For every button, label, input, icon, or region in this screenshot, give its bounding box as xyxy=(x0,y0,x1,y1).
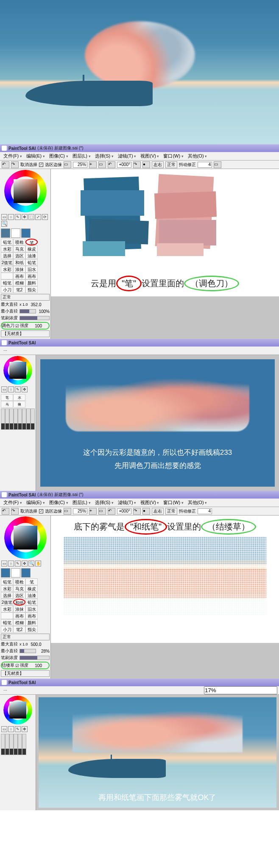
brush-pencil[interactable]: 铅笔 xyxy=(1,239,13,245)
mini-tools-3[interactable]: ▭○ ✎✥ 🔍✋ xyxy=(1,560,50,567)
tool-lasso[interactable]: ○ xyxy=(8,214,14,220)
tool-move[interactable]: ✥ xyxy=(22,214,28,220)
menu-window[interactable]: 窗口(W) xyxy=(162,153,185,159)
canvas-swatch[interactable] xyxy=(21,228,31,238)
zoom-out-button[interactable]: ▭ xyxy=(64,161,71,168)
numeric-sliders-4[interactable] xyxy=(1,734,35,755)
density-row[interactable]: 笔刷浓度 xyxy=(1,315,50,321)
brush-selpen[interactable]: 选择笔 xyxy=(1,252,13,259)
brush-seleraser[interactable]: 选区擦 xyxy=(13,252,25,259)
brush-finger[interactable]: 指尖 xyxy=(25,286,38,293)
rot-cw-button[interactable]: ↷ xyxy=(133,161,141,168)
mode-row[interactable]: 正常 xyxy=(1,294,50,301)
canvas-area-3[interactable]: 底下的雾气是 "和纸笔" 设置里的 （结缕草） xyxy=(51,516,279,679)
menu-image[interactable]: 图像(C) xyxy=(47,153,70,159)
brush-canvas2[interactable]: 画布笔 xyxy=(25,273,38,279)
texture-row[interactable]: 【无材质】 xyxy=(1,330,50,337)
brush-grid-2[interactable]: 笔水 马橡 xyxy=(1,394,35,408)
menu-bar[interactable]: 文件(F) 编辑(E) 图像(C) 图层(L) 选择(S) 滤镜(T) 视图(V… xyxy=(0,152,279,161)
max-size-row-3[interactable]: 最大直径 x 1.0 500.0 xyxy=(1,641,50,647)
tool-picker[interactable]: 🔍 xyxy=(1,221,7,227)
brush-oldwc[interactable]: 旧水彩 xyxy=(25,266,38,273)
canvas-area-4[interactable]: 再用和纸笔画下面那些雾气就OK了 xyxy=(36,695,279,810)
brush-eraser[interactable]: 橡皮擦 xyxy=(25,245,38,252)
shake-field[interactable] xyxy=(198,162,212,168)
redo-button[interactable]: ↷ xyxy=(11,508,19,515)
tool-wand[interactable]: ✎ xyxy=(15,214,21,220)
color-wheel-3[interactable] xyxy=(4,516,47,559)
brush-bucket[interactable]: 油漆桶 xyxy=(25,252,38,259)
sel-edge-check[interactable]: ✓ xyxy=(39,509,43,513)
rotation-field[interactable] xyxy=(117,162,131,168)
menu-layer[interactable]: 图层(L) xyxy=(71,153,92,159)
brush-empty[interactable] xyxy=(1,273,13,279)
shake-field[interactable] xyxy=(198,508,212,514)
brush-brush[interactable]: 笔 xyxy=(25,239,38,245)
max-size-row[interactable]: 最大直径 x 1.0 352.0 xyxy=(1,302,50,307)
menu-bar-2[interactable]: ⋯ xyxy=(0,347,279,355)
menu-edit[interactable]: 编辑(E) xyxy=(25,153,47,159)
brush-marker[interactable]: 马克笔 xyxy=(13,245,25,252)
menu-layer[interactable]: 图层(L) xyxy=(71,499,92,506)
zoom-in-button[interactable]: + xyxy=(89,161,97,168)
menu-other[interactable]: 其他(O) xyxy=(186,153,209,159)
menu-filter[interactable]: 滤镜(T) xyxy=(116,153,138,159)
brush-watercolor[interactable]: 水彩笔 xyxy=(1,245,13,252)
flip-button[interactable]: 左右 xyxy=(152,161,164,168)
color-swatches[interactable] xyxy=(1,228,50,238)
fg-swatch[interactable] xyxy=(1,228,10,238)
menu-window[interactable]: 窗口(W) xyxy=(162,499,185,506)
rotation-field[interactable] xyxy=(117,508,131,514)
zoom-fit-button[interactable]: ▭ xyxy=(98,161,106,168)
tool-rect[interactable]: ▭ xyxy=(1,214,7,220)
menu-filter[interactable]: 滤镜(T) xyxy=(116,499,138,506)
brush-2val[interactable]: 2值笔 xyxy=(1,259,13,266)
menu-edit[interactable]: 编辑(E) xyxy=(25,499,47,506)
min-size-row-3[interactable]: 最小直径 28% xyxy=(1,648,50,654)
stabilizer-mode[interactable]: 正常 xyxy=(165,161,177,168)
color-wheel-4[interactable] xyxy=(3,696,32,724)
menu-image[interactable]: 图像(C) xyxy=(47,499,70,506)
brush-washi[interactable]: 和纸笔 xyxy=(13,259,25,266)
redo-button[interactable]: ↷ xyxy=(11,161,19,168)
min-bar[interactable] xyxy=(20,309,36,313)
numeric-sliders[interactable] xyxy=(1,409,35,430)
menu-select[interactable]: 选择(S) xyxy=(93,499,115,506)
menu-file[interactable]: 文件(F) xyxy=(2,153,24,159)
deselect-button[interactable]: 取消选择 xyxy=(20,162,37,168)
deselect-button[interactable]: 取消选择 xyxy=(20,508,37,514)
color-swatches-3[interactable] xyxy=(1,568,50,578)
zoom-field[interactable] xyxy=(73,508,87,514)
brush-pencil30[interactable]: 铅笔30 xyxy=(25,259,38,266)
color-wheel-2[interactable] xyxy=(3,356,32,385)
menu-view[interactable]: 视图(V) xyxy=(139,499,161,506)
tool-zoom[interactable]: ⬚ xyxy=(28,214,34,220)
tool-rotate[interactable]: ⤢ xyxy=(35,214,41,220)
color-wheel[interactable] xyxy=(4,170,47,212)
menu-file[interactable]: 文件(F) xyxy=(2,499,24,506)
brush-smudge[interactable]: 涂抹笔 xyxy=(13,266,25,273)
density-bar[interactable] xyxy=(20,316,50,320)
sel-edge-check[interactable]: ✓ xyxy=(39,163,43,167)
brush-crayon[interactable]: 蜡笔 xyxy=(1,279,13,286)
menu-select[interactable]: 选择(S) xyxy=(93,153,115,159)
blend-tool-row[interactable]: 调色刀 ☑ 强度 100 xyxy=(1,322,50,330)
rot-reset-button[interactable]: ● xyxy=(142,161,150,168)
rot-ccw-button[interactable]: ↶ xyxy=(108,161,115,168)
brush-wc2[interactable]: 水彩笔2 xyxy=(1,266,13,273)
zoom-field-4[interactable] xyxy=(204,686,277,694)
min-size-row[interactable]: 最小直径 100% xyxy=(1,308,50,314)
brush-brush2[interactable]: 笔2 xyxy=(13,286,25,293)
bg-swatch[interactable] xyxy=(11,228,20,238)
canvas-area-1[interactable]: 云是用 "笔" 设置里面的 （调色刀） xyxy=(51,169,279,339)
menu-bar-4[interactable]: ⋯ xyxy=(0,686,279,695)
menu-view[interactable]: 视图(V) xyxy=(139,153,161,159)
tool-hand[interactable]: ⟳ xyxy=(42,214,48,220)
zoom-field[interactable] xyxy=(73,162,87,168)
blend-check[interactable]: ☑ xyxy=(15,324,19,328)
brush-canvas1[interactable]: 画布笔 xyxy=(13,273,25,279)
brush-paint[interactable]: 颜料 xyxy=(25,279,38,286)
brush-washi-hl[interactable]: 和纸笔 xyxy=(13,599,25,606)
mini-tools-2[interactable]: ▭○ ✎✥ xyxy=(1,386,35,393)
brush-airbrush[interactable]: 喷枪 xyxy=(13,239,25,245)
